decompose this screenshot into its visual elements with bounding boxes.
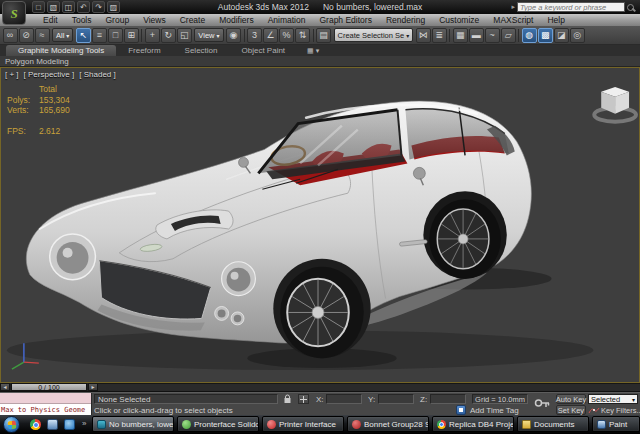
chrome-quicklaunch-icon[interactable] — [30, 419, 41, 430]
file-title-text: No bumbers, lowered.max — [323, 2, 422, 12]
rear-wheel[interactable] — [423, 191, 506, 278]
ribbon-panel-bar[interactable]: Polygon Modeling — [0, 56, 640, 67]
unlink-selection-icon[interactable]: ⊘ — [19, 28, 34, 43]
y-coordinate-field[interactable] — [378, 394, 414, 404]
selection-lock-icon[interactable] — [283, 394, 292, 406]
taskbar-button-replica-db4[interactable]: Replica DB4 Projec... — [432, 416, 514, 432]
menu-rendering[interactable]: Rendering — [379, 15, 432, 25]
menu-create[interactable]: Create — [173, 15, 213, 25]
save-file-icon[interactable]: ◫ — [62, 1, 75, 13]
select-and-scale-icon[interactable]: ◱ — [177, 28, 192, 43]
menu-views[interactable]: Views — [136, 15, 173, 25]
new-scene-icon[interactable]: □ — [32, 1, 45, 13]
time-tag-icon[interactable] — [456, 405, 466, 415]
render-production-icon[interactable]: ◎ — [570, 28, 585, 43]
menu-bar: Edit Tools Group Views Create Modifiers … — [0, 14, 640, 26]
tab-graphite-modeling-tools[interactable]: Graphite Modeling Tools — [6, 45, 116, 56]
tab-object-paint[interactable]: Object Paint — [230, 45, 298, 56]
named-selection-dropdown[interactable]: Create Selection Se ▾ — [334, 28, 414, 42]
taskbar-button-bonnet[interactable]: Bonnet Group28 S... — [347, 416, 429, 432]
percent-snap-icon[interactable]: % — [279, 28, 294, 43]
project-folder-icon[interactable]: ▨ — [107, 1, 120, 13]
previous-frame-button[interactable]: ◂ — [0, 383, 10, 391]
undo-icon[interactable]: ↶ — [77, 1, 90, 13]
curve-editor-icon[interactable]: ~ — [485, 28, 500, 43]
explorer-quicklaunch-icon[interactable] — [47, 419, 58, 430]
named-selection-sets-icon[interactable]: ▤ — [316, 28, 331, 43]
mirror-icon[interactable]: ⋈ — [416, 28, 431, 43]
viewport-general-menu[interactable]: [ + ] — [5, 70, 19, 79]
menu-animation[interactable]: Animation — [261, 15, 313, 25]
infocenter-search-input[interactable] — [517, 2, 625, 12]
select-object-icon[interactable]: ↖ — [76, 28, 91, 43]
select-and-rotate-icon[interactable]: ↻ — [161, 28, 176, 43]
rectangular-selection-region-icon[interactable]: □ — [108, 28, 123, 43]
taskbar-button-documents[interactable]: Documents — [517, 416, 589, 432]
menu-maxscript[interactable]: MAXScript — [486, 15, 540, 25]
window-crossing-icon[interactable]: ⊞ — [124, 28, 139, 43]
menu-customize[interactable]: Customize — [432, 15, 486, 25]
align-icon[interactable]: ≣ — [432, 28, 447, 43]
selected-keying-dropdown[interactable]: Selected ▾ — [588, 394, 638, 404]
auto-key-button[interactable]: Auto Key — [556, 394, 586, 404]
infocenter-arrow-icon[interactable]: ▸ — [511, 3, 515, 11]
material-editor-icon[interactable]: ◍ — [522, 28, 537, 43]
taskbar-button-3dsmax[interactable]: No bumbers, lowe... — [92, 416, 174, 432]
ie-quicklaunch-icon[interactable] — [64, 419, 75, 430]
taskbar-overflow-chevron[interactable]: » — [82, 419, 86, 428]
spinner-snap-icon[interactable]: ⇅ — [295, 28, 310, 43]
front-wheel[interactable] — [273, 259, 370, 358]
stats-polys-label: Polys: — [7, 95, 39, 106]
perspective-viewport[interactable]: [ + ] [ Perspective ] [ Shaded ] Total P… — [0, 67, 640, 383]
taskbar-button-printer-interface[interactable]: Printer Interface — [262, 416, 344, 432]
use-pivot-point-center-icon[interactable]: ◉ — [226, 28, 241, 43]
menu-graph-editors[interactable]: Graph Editors — [312, 15, 378, 25]
bonnet-window-icon — [352, 420, 361, 429]
add-time-tag-button[interactable]: Add Time Tag — [470, 406, 519, 415]
angle-snap-icon[interactable]: ∠ — [263, 28, 278, 43]
x-coordinate-field[interactable] — [326, 394, 362, 404]
rendered-frame-window-icon[interactable]: ◪ — [554, 28, 569, 43]
viewcube[interactable] — [594, 87, 636, 122]
time-slider-thumb[interactable]: 0 / 100 — [11, 383, 87, 391]
select-and-link-icon[interactable]: ∞ — [3, 28, 18, 43]
search-icon[interactable] — [627, 4, 634, 11]
tab-selection[interactable]: Selection — [173, 45, 230, 56]
selection-filter-dropdown[interactable]: All ▾ — [52, 28, 73, 42]
menu-edit[interactable]: Edit — [36, 15, 65, 25]
reference-coordinate-dropdown[interactable]: View ▾ — [194, 28, 223, 42]
set-key-button[interactable]: Set Key — [556, 405, 586, 415]
viewport-pov-menu[interactable]: [ Perspective ] — [24, 70, 75, 79]
graphite-ribbon-toggle-icon[interactable]: ▬ — [469, 28, 484, 43]
infocenter: ▸ — [511, 2, 634, 12]
taskbar-button-pronterface[interactable]: Pronterface Solido... — [177, 416, 259, 432]
redo-icon[interactable]: ↷ — [92, 1, 105, 13]
tab-freeform[interactable]: Freeform — [116, 45, 172, 56]
menu-help[interactable]: Help — [540, 15, 571, 25]
maxscript-mini-listener[interactable]: Max to Physics Geome — [0, 393, 92, 416]
application-menu-button[interactable]: S — [2, 1, 26, 25]
snaps-toggle-icon[interactable]: 3 — [247, 28, 262, 43]
viewport-label: [ + ] [ Perspective ] [ Shaded ] — [5, 70, 116, 79]
menu-tools[interactable]: Tools — [65, 15, 99, 25]
key-filters-button[interactable]: Key Filters... — [601, 406, 640, 415]
absolute-mode-toggle-icon[interactable] — [298, 394, 309, 404]
render-setup-icon[interactable]: ▩ — [538, 28, 553, 43]
z-coordinate-field[interactable] — [430, 394, 466, 404]
schematic-view-icon[interactable]: ▱ — [501, 28, 516, 43]
layer-manager-icon[interactable]: ▦ — [453, 28, 468, 43]
next-frame-button[interactable]: ▸ — [88, 383, 98, 391]
start-button[interactable] — [3, 416, 20, 433]
time-slider-track[interactable] — [98, 383, 640, 391]
ribbon-overflow-button[interactable]: ▦ ▾ — [307, 47, 319, 56]
keyboard-shortcut-override-icon[interactable] — [534, 397, 551, 411]
menu-group[interactable]: Group — [99, 15, 137, 25]
open-file-icon[interactable]: ▧ — [47, 1, 60, 13]
menu-modifiers[interactable]: Modifiers — [212, 15, 260, 25]
viewport-shading-menu[interactable]: [ Shaded ] — [79, 70, 115, 79]
select-by-name-icon[interactable]: ≡ — [92, 28, 107, 43]
macro-recorder-line[interactable] — [0, 393, 91, 404]
taskbar-button-paint[interactable]: Paint — [592, 416, 640, 432]
bind-to-space-warp-icon[interactable]: ≈ — [35, 28, 50, 43]
select-and-move-icon[interactable]: + — [145, 28, 160, 43]
